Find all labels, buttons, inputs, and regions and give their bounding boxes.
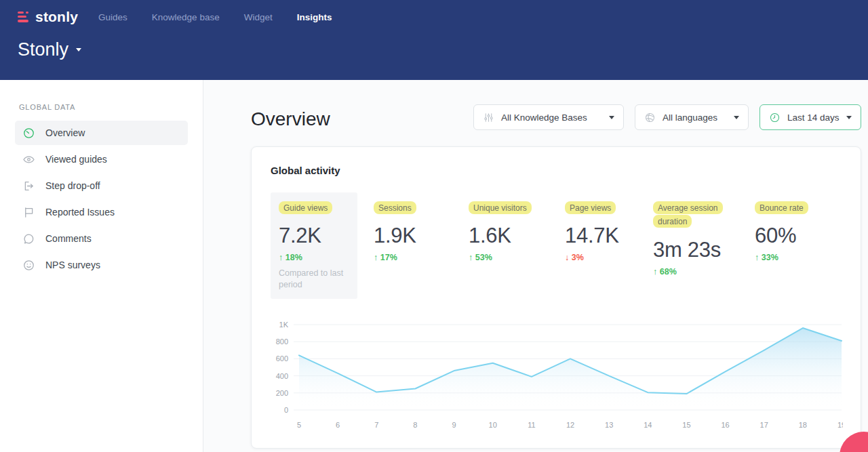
svg-text:1K: 1K bbox=[279, 321, 289, 329]
sidebar: GLOBAL DATA Overview Viewed guides Step … bbox=[0, 80, 203, 452]
sidebar-item-label: NPS surveys bbox=[45, 260, 100, 270]
metric-delta: ↑ 18% bbox=[279, 253, 349, 262]
metric-label: Sessions bbox=[374, 201, 416, 214]
nav-item-insights[interactable]: Insights bbox=[297, 12, 332, 22]
metrics-row: Guide views 7.2K ↑ 18% Compared to last … bbox=[271, 192, 842, 299]
chevron-down-icon bbox=[734, 116, 739, 119]
sidebar-section-label: GLOBAL DATA bbox=[19, 103, 203, 111]
sidebar-item-label: Reported Issues bbox=[45, 207, 115, 218]
card-title: Global activity bbox=[271, 165, 842, 176]
activity-chart-container: 02004006008001K5678910111213141516171819 bbox=[271, 319, 842, 433]
chevron-down-icon bbox=[609, 116, 614, 119]
up-arrow-icon: ↑ bbox=[653, 267, 657, 276]
svg-text:12: 12 bbox=[566, 421, 574, 429]
globe-icon bbox=[644, 112, 656, 123]
svg-text:600: 600 bbox=[276, 354, 288, 363]
metric-bounce-rate[interactable]: Bounce rate 60% ↑ 33% bbox=[755, 201, 836, 262]
svg-text:400: 400 bbox=[276, 371, 288, 379]
gauge-icon bbox=[22, 127, 35, 140]
filters: All Knowledge Bases All languages bbox=[473, 104, 861, 130]
metric-delta: ↓ 3% bbox=[565, 253, 653, 262]
svg-text:7: 7 bbox=[374, 421, 378, 429]
svg-text:14: 14 bbox=[644, 421, 652, 429]
svg-text:11: 11 bbox=[528, 421, 535, 429]
metric-delta: ↑ 33% bbox=[755, 253, 836, 262]
nav-item-guides[interactable]: Guides bbox=[98, 12, 127, 22]
metric-value: 14.7K bbox=[565, 224, 653, 248]
stonly-logo[interactable]: stonly bbox=[18, 9, 78, 25]
metric-delta: ↑ 17% bbox=[374, 253, 469, 262]
primary-nav: Guides Knowledge base Widget Insights bbox=[98, 12, 332, 22]
smiley-icon bbox=[22, 259, 35, 272]
svg-text:17: 17 bbox=[760, 421, 768, 429]
up-arrow-icon: ↑ bbox=[279, 253, 283, 262]
chevron-down-icon bbox=[76, 48, 81, 52]
knowledge-bases-dropdown[interactable]: All Knowledge Bases bbox=[473, 104, 624, 130]
svg-text:10: 10 bbox=[489, 421, 497, 429]
global-activity-card: Global activity Guide views 7.2K ↑ 18% C… bbox=[251, 146, 861, 449]
up-arrow-icon: ↑ bbox=[755, 253, 759, 262]
metric-value: 7.2K bbox=[279, 224, 349, 248]
sidebar-item-label: Viewed guides bbox=[45, 154, 107, 165]
down-arrow-icon: ↓ bbox=[565, 253, 569, 262]
metric-value: 1.9K bbox=[374, 224, 469, 248]
svg-text:19: 19 bbox=[837, 421, 843, 429]
sliders-icon bbox=[483, 112, 494, 123]
metric-label: Page views bbox=[565, 201, 616, 214]
svg-text:15: 15 bbox=[682, 421, 690, 429]
metric-note: Compared to last period bbox=[279, 268, 349, 291]
languages-dropdown[interactable]: All languages bbox=[635, 104, 749, 130]
svg-text:6: 6 bbox=[336, 421, 340, 429]
metric-page-views[interactable]: Page views 14.7K ↓ 3% bbox=[565, 201, 653, 262]
up-arrow-icon: ↑ bbox=[469, 253, 473, 262]
up-arrow-icon: ↑ bbox=[374, 253, 378, 262]
metric-delta: ↑ 53% bbox=[469, 253, 565, 262]
workspace-switcher[interactable]: Stonly bbox=[18, 39, 81, 60]
svg-text:5: 5 bbox=[297, 421, 301, 429]
metric-label: Average session duration bbox=[653, 201, 723, 228]
knowledge-bases-value: All Knowledge Bases bbox=[501, 112, 587, 123]
svg-text:800: 800 bbox=[276, 337, 288, 346]
languages-value: All languages bbox=[663, 112, 717, 123]
metric-delta: ↑ 68% bbox=[653, 267, 755, 276]
step-exit-icon bbox=[22, 180, 35, 192]
app-header: stonly Guides Knowledge base Widget Insi… bbox=[0, 0, 868, 80]
clock-icon bbox=[769, 112, 781, 123]
sidebar-item-comments[interactable]: Comments bbox=[15, 226, 188, 251]
metric-label: Unique visitors bbox=[469, 201, 532, 214]
logo-text: stonly bbox=[35, 9, 78, 25]
sidebar-item-label: Step drop-off bbox=[45, 180, 100, 191]
sidebar-item-overview[interactable]: Overview bbox=[15, 121, 188, 145]
svg-text:13: 13 bbox=[605, 421, 613, 429]
metric-avg-session-duration[interactable]: Average session duration 3m 23s ↑ 68% bbox=[653, 201, 755, 276]
date-range-value: Last 14 days bbox=[787, 112, 840, 123]
metric-guide-views[interactable]: Guide views 7.2K ↑ 18% Compared to last … bbox=[271, 192, 357, 299]
svg-text:200: 200 bbox=[276, 388, 288, 396]
sidebar-item-label: Comments bbox=[45, 233, 92, 244]
sidebar-item-label: Overview bbox=[45, 127, 85, 138]
date-range-dropdown[interactable]: Last 14 days bbox=[760, 104, 861, 130]
svg-text:0: 0 bbox=[284, 406, 288, 414]
sidebar-item-nps-surveys[interactable]: NPS surveys bbox=[15, 253, 188, 277]
svg-text:16: 16 bbox=[721, 421, 729, 429]
nav-item-widget[interactable]: Widget bbox=[244, 12, 273, 22]
svg-text:18: 18 bbox=[799, 421, 807, 429]
sidebar-item-step-drop-off[interactable]: Step drop-off bbox=[15, 173, 188, 198]
metric-value: 1.6K bbox=[469, 224, 565, 248]
flag-icon bbox=[22, 206, 35, 219]
metric-value: 3m 23s bbox=[653, 238, 755, 262]
main-content: Overview All Knowledge Bases bbox=[203, 80, 868, 452]
page-title: Overview bbox=[251, 108, 330, 130]
eye-icon bbox=[22, 153, 35, 166]
activity-chart: 02004006008001K5678910111213141516171819 bbox=[271, 319, 843, 433]
metric-sessions[interactable]: Sessions 1.9K ↑ 17% bbox=[374, 201, 469, 262]
nav-item-knowledge-base[interactable]: Knowledge base bbox=[152, 12, 220, 22]
metric-unique-visitors[interactable]: Unique visitors 1.6K ↑ 53% bbox=[469, 201, 565, 262]
svg-text:8: 8 bbox=[413, 421, 417, 429]
chevron-down-icon bbox=[846, 116, 852, 119]
metric-label: Guide views bbox=[279, 201, 332, 214]
metric-label: Bounce rate bbox=[755, 201, 808, 214]
sidebar-item-reported-issues[interactable]: Reported Issues bbox=[15, 200, 188, 224]
metric-value: 60% bbox=[755, 224, 836, 248]
sidebar-item-viewed-guides[interactable]: Viewed guides bbox=[15, 147, 188, 171]
